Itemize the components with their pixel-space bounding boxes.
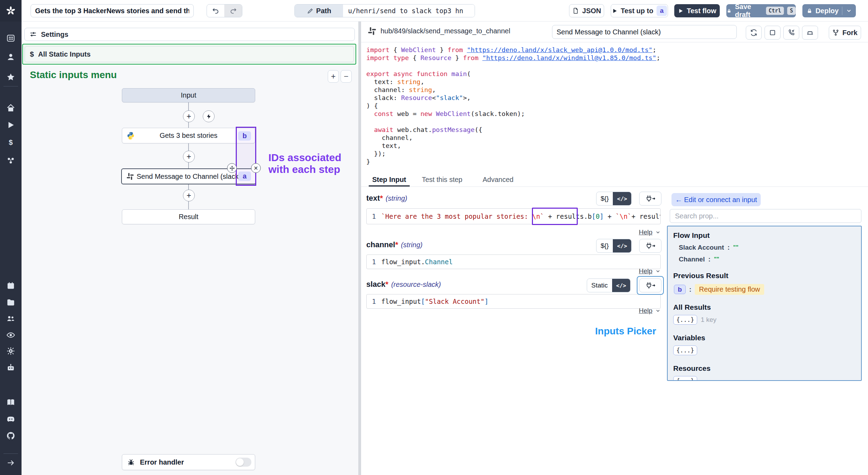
- kbd-ctrl: Ctrl: [766, 7, 784, 15]
- all-results-object-chip[interactable]: {...}: [673, 315, 697, 325]
- save-draft-button[interactable]: Save draftCtrlS: [726, 4, 796, 17]
- channel-connect-button[interactable]: [639, 239, 661, 253]
- slack-icon: [126, 172, 134, 181]
- sidebar-item-workers[interactable]: [0, 360, 22, 375]
- fork-button[interactable]: Fork: [829, 26, 861, 40]
- button-divider: [842, 7, 842, 15]
- windmill-logo[interactable]: [0, 0, 22, 22]
- text-expression-editor[interactable]: 1`Here are the 3 most popular stories: \…: [366, 208, 661, 224]
- flow-settings-button[interactable]: Settings: [24, 28, 355, 41]
- slack-input-mode-toggle[interactable]: Static</>: [587, 278, 631, 292]
- resources-spinner-icon: [6, 156, 15, 165]
- sidebar-item-docs[interactable]: [0, 395, 22, 410]
- error-handler-node[interactable]: Error handler: [122, 454, 255, 470]
- annotation-result-ref-box: [532, 208, 578, 225]
- prop-channel[interactable]: Channel:"": [679, 256, 856, 263]
- chevron-down-icon[interactable]: [846, 8, 852, 14]
- deploy-button[interactable]: Deploy: [802, 4, 856, 17]
- previous-result-row[interactable]: b : Require testing flow: [674, 284, 856, 295]
- channel-input-mode-toggle[interactable]: ${}</>: [596, 239, 632, 253]
- text-help-link[interactable]: Help: [621, 228, 661, 236]
- panel-resize-divider[interactable]: [358, 22, 361, 475]
- star-icon: [6, 73, 15, 82]
- sidebar-item-variables[interactable]: $: [0, 135, 22, 150]
- add-step-button[interactable]: +: [183, 151, 195, 162]
- prev-step-badge: b: [674, 285, 686, 294]
- text-input-mode-toggle[interactable]: ${}</>: [596, 192, 632, 206]
- text-connect-button[interactable]: [639, 192, 661, 206]
- json-button[interactable]: JSON: [569, 4, 604, 17]
- home-icon: [6, 103, 15, 112]
- undo-button[interactable]: [207, 5, 224, 17]
- edit-or-connect-button[interactable]: ← Edit or connect an input: [671, 193, 761, 206]
- redo-button[interactable]: [224, 5, 242, 17]
- flow-node-result[interactable]: Result: [122, 209, 255, 224]
- github-icon: [6, 431, 15, 440]
- sidebar-item-resources[interactable]: [0, 152, 22, 168]
- bench-icon: [806, 29, 814, 36]
- sidebar-item-workspaces[interactable]: [0, 31, 22, 46]
- key-count: 1 key: [701, 316, 716, 324]
- resources-row: {...}: [673, 376, 856, 381]
- sidebar-expand-button[interactable]: [0, 455, 22, 470]
- flow-node-step-b[interactable]: Gets 3 best stories: [122, 128, 255, 143]
- flow-node-input[interactable]: Input: [122, 88, 255, 102]
- zoom-in-button[interactable]: +: [328, 70, 339, 83]
- sidebar-item-groups[interactable]: [0, 311, 22, 326]
- sidebar-item-favorites[interactable]: [0, 69, 22, 85]
- slack-help-link[interactable]: Help: [621, 307, 661, 315]
- move-step-handle[interactable]: [227, 163, 237, 173]
- sidebar-item-runs[interactable]: [0, 117, 22, 133]
- require-testing-note: Require testing flow: [695, 284, 764, 295]
- sidebar-item-user[interactable]: [0, 49, 22, 65]
- active-tab-underline: [369, 185, 410, 186]
- expand-editor-button[interactable]: [765, 26, 781, 40]
- robot-icon: [6, 363, 15, 372]
- reload-script-button[interactable]: [746, 26, 762, 40]
- capture-request-button[interactable]: [783, 26, 799, 40]
- add-step-button[interactable]: +: [183, 110, 195, 122]
- code-mode-icon[interactable]: </>: [613, 239, 631, 252]
- add-trigger-button[interactable]: [203, 110, 215, 122]
- error-handler-toggle[interactable]: [235, 458, 251, 467]
- add-step-button[interactable]: +: [183, 190, 195, 201]
- zoom-out-button[interactable]: −: [341, 70, 352, 83]
- code-mode-icon[interactable]: </>: [612, 279, 631, 292]
- sidebar-item-discord[interactable]: [0, 411, 22, 426]
- hub-script-path[interactable]: hub/849/slack/send_message_to_channel: [381, 27, 510, 35]
- tab-test-this-step[interactable]: Test this step: [422, 176, 462, 184]
- step-code-editor[interactable]: import { WebClient } from "https://deno.…: [366, 46, 863, 168]
- sidebar-item-folders[interactable]: [0, 295, 22, 310]
- prop-slack-account[interactable]: Slack Account:"": [679, 244, 856, 251]
- move-icon: [229, 165, 235, 171]
- slack-expression-editor[interactable]: 1flow_input["Slack Account"]: [366, 294, 661, 309]
- tab-step-input[interactable]: Step Input: [372, 176, 406, 184]
- field-label-text: text*(string): [366, 194, 407, 203]
- library-button[interactable]: [802, 26, 818, 40]
- sidebar-item-schedules[interactable]: [0, 278, 22, 293]
- sidebar-item-home[interactable]: [0, 100, 22, 116]
- resources-object-chip[interactable]: {...}: [673, 376, 697, 381]
- channel-expression-editor[interactable]: 1flow_input.Channel: [366, 255, 661, 269]
- variables-object-chip[interactable]: {...}: [673, 345, 697, 355]
- sidebar-item-github[interactable]: [0, 428, 22, 443]
- step-summary-input[interactable]: [552, 25, 737, 39]
- channel-help-link[interactable]: Help: [621, 267, 661, 275]
- flow-title-input[interactable]: [31, 4, 194, 17]
- sidebar-item-audit-logs[interactable]: [0, 327, 22, 343]
- search-prop-input[interactable]: [670, 209, 861, 223]
- delete-step-button[interactable]: ✕: [251, 163, 261, 173]
- users-group-icon: [6, 314, 15, 323]
- all-static-inputs-button[interactable]: $ All Static Inputs: [25, 46, 354, 62]
- path-input[interactable]: [343, 5, 475, 17]
- plug-arrow-icon: [644, 242, 656, 250]
- plug-arrow-icon: [644, 194, 656, 203]
- code-mode-icon[interactable]: </>: [613, 192, 631, 205]
- test-up-to-button[interactable]: Test up toa: [611, 4, 668, 17]
- annotation-ids-box: [236, 127, 256, 186]
- windmill-logo-icon: [6, 6, 16, 16]
- path-label[interactable]: Path: [295, 5, 343, 17]
- sidebar-item-settings[interactable]: [0, 343, 22, 359]
- tab-advanced[interactable]: Advanced: [483, 176, 514, 184]
- test-flow-button[interactable]: Test flow: [674, 4, 720, 17]
